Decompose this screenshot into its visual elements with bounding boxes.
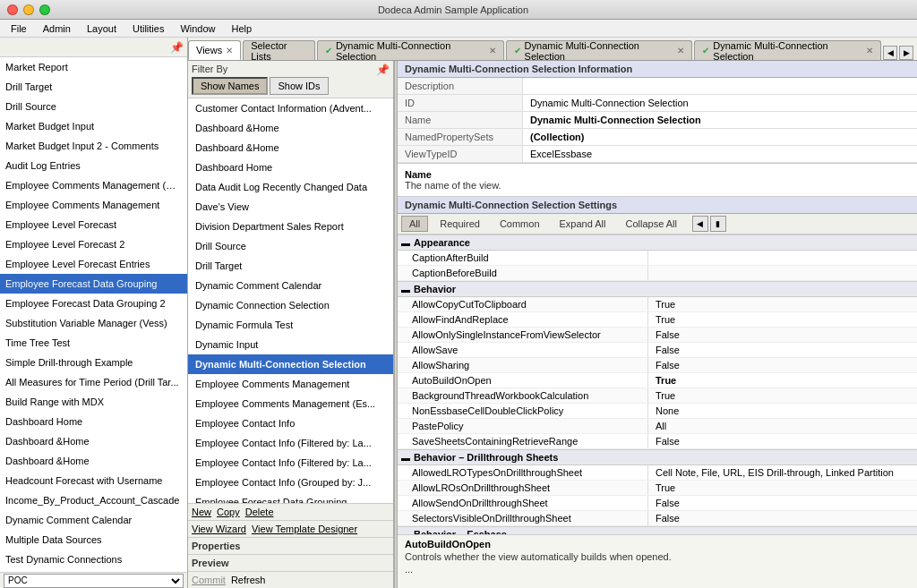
- sidebar-item[interactable]: Build Range with MDX: [0, 392, 187, 412]
- sidebar-item[interactable]: Time Tree Test: [0, 333, 187, 353]
- settings-value[interactable]: True: [648, 297, 917, 311]
- menu-window[interactable]: Window: [173, 21, 222, 36]
- commit-link[interactable]: Commit: [192, 575, 226, 585]
- new-link[interactable]: New: [192, 507, 211, 517]
- tab-dmcs-2[interactable]: ✔ Dynamic Multi-Connection Selection ✕: [506, 40, 693, 60]
- sidebar-item[interactable]: Headcount Forecast with Username: [0, 471, 187, 490]
- sidebar-item[interactable]: Drill Target: [0, 77, 187, 97]
- sidebar-item[interactable]: Employee Level Forecast 2: [0, 234, 187, 254]
- sidebar-dropdown[interactable]: POC: [4, 574, 184, 588]
- settings-value[interactable]: False: [648, 496, 917, 510]
- sidebar-item[interactable]: Multiple Data Sources: [0, 530, 187, 550]
- sidebar-item[interactable]: Test Dynamic Connections: [0, 550, 187, 569]
- menu-file[interactable]: File: [4, 21, 34, 36]
- settings-value[interactable]: False: [648, 328, 917, 342]
- sidebar-item[interactable]: Employee Level Forecast: [0, 215, 187, 234]
- view-item[interactable]: Data Audit Log Recently Changed Data: [188, 177, 393, 197]
- view-item-selected[interactable]: Dynamic Multi-Connection Selection: [188, 354, 393, 374]
- sidebar-item[interactable]: Dynamic Comment Calendar: [0, 510, 187, 530]
- view-item[interactable]: Dashboard &Home: [188, 118, 393, 138]
- view-wizard-link[interactable]: View Wizard: [192, 524, 246, 534]
- sidebar-item[interactable]: Simple Drill-through Example: [0, 353, 187, 372]
- sidebar-item-selected[interactable]: Employee Forecast Data Grouping: [0, 274, 187, 294]
- settings-btn-1[interactable]: ◀: [692, 216, 708, 232]
- view-item[interactable]: Dashboard Home: [188, 158, 393, 177]
- minimize-button[interactable]: [23, 4, 34, 15]
- view-item[interactable]: Dynamic Formula Test: [188, 315, 393, 335]
- settings-value[interactable]: All: [648, 419, 917, 433]
- tab-left-btn[interactable]: ◀: [883, 46, 897, 60]
- settings-value[interactable]: [648, 256, 917, 260]
- view-item[interactable]: Dynamic Input: [188, 335, 393, 354]
- sidebar-item[interactable]: Market Report: [0, 57, 187, 77]
- view-item[interactable]: Customer Contact Information (Advent...: [188, 98, 393, 118]
- tab-dmcs-1-close[interactable]: ✕: [489, 46, 496, 55]
- settings-value[interactable]: True: [648, 373, 917, 388]
- view-item[interactable]: Dynamic Comment Calendar: [188, 276, 393, 295]
- sidebar-item[interactable]: Income_By_Product_Account_Cascade: [0, 490, 187, 510]
- settings-btn-2[interactable]: ▮: [710, 216, 726, 232]
- sidebar-item[interactable]: Dashboard &Home: [0, 451, 187, 471]
- tab-dmcs-3[interactable]: ✔ Dynamic Multi-Connection Selection ✕: [694, 40, 881, 60]
- tab-views[interactable]: Views ✕: [188, 40, 241, 60]
- view-item[interactable]: Division Department Sales Report: [188, 217, 393, 236]
- view-item[interactable]: Employee Contact Info (Filtered by: La..…: [188, 453, 393, 473]
- sidebar-item[interactable]: Dashboard &Home: [0, 431, 187, 451]
- settings-group-drillthrough[interactable]: ▬ Behavior – Drillthrough Sheets: [398, 449, 917, 465]
- settings-value[interactable]: True: [648, 481, 917, 495]
- view-item[interactable]: Employee Contact Info (Grouped by: J...: [188, 473, 393, 492]
- view-item[interactable]: Employee Contact Info: [188, 413, 393, 433]
- views-pin-icon[interactable]: 📌: [376, 64, 390, 76]
- tab-dmcs-2-close[interactable]: ✕: [677, 46, 684, 55]
- settings-group-essbase[interactable]: ▬ Behavior – Essbase: [398, 526, 917, 534]
- delete-link[interactable]: Delete: [245, 507, 274, 517]
- settings-tab-common[interactable]: Common: [492, 216, 548, 232]
- sidebar-item[interactable]: Audit Log Entries: [0, 156, 187, 175]
- menu-admin[interactable]: Admin: [36, 21, 78, 36]
- sidebar-item[interactable]: Employee Forecast Data Grouping 2: [0, 294, 187, 313]
- filter-show-ids[interactable]: Show IDs: [270, 77, 328, 95]
- settings-tab-collapse[interactable]: Collapse All: [617, 216, 684, 232]
- settings-value[interactable]: [648, 271, 917, 275]
- view-template-designer-link[interactable]: View Template Designer: [252, 524, 357, 534]
- settings-value[interactable]: False: [648, 343, 917, 357]
- sidebar-item[interactable]: Substitution Variable Manager (Vess): [0, 313, 187, 333]
- filter-show-names[interactable]: Show Names: [192, 77, 268, 95]
- tab-dmcs-1[interactable]: ✔ Dynamic Multi-Connection Selection ✕: [317, 40, 504, 60]
- view-item[interactable]: Dashboard &Home: [188, 138, 393, 158]
- sidebar-item[interactable]: All Measures for Time Period (Drill Tar.…: [0, 372, 187, 392]
- view-item[interactable]: Dynamic Connection Selection: [188, 295, 393, 315]
- sidebar-item[interactable]: Drill Source: [0, 97, 187, 116]
- sidebar-item[interactable]: Dashboard Home: [0, 412, 187, 431]
- view-item[interactable]: Employee Forecast Data Grouping: [188, 492, 393, 503]
- settings-value[interactable]: False: [648, 511, 917, 525]
- tab-right-btn[interactable]: ▶: [899, 46, 913, 60]
- copy-link[interactable]: Copy: [217, 507, 240, 517]
- settings-value[interactable]: True: [648, 388, 917, 403]
- settings-group-behavior[interactable]: ▬ Behavior: [398, 281, 917, 297]
- settings-tab-required[interactable]: Required: [432, 216, 488, 232]
- settings-value[interactable]: False: [648, 434, 917, 448]
- view-item[interactable]: Employee Contact Info (Filtered by: La..…: [188, 433, 393, 453]
- tab-dmcs-3-close[interactable]: ✕: [866, 46, 873, 55]
- settings-tab-expand[interactable]: Expand All: [552, 216, 614, 232]
- settings-group-appearance[interactable]: ▬ Appearance: [398, 234, 917, 251]
- sidebar-pin-icon[interactable]: 📌: [170, 41, 184, 54]
- settings-value[interactable]: Cell Note, File, URL, EIS Drill-through,…: [648, 465, 917, 480]
- settings-value[interactable]: False: [648, 358, 917, 372]
- menu-help[interactable]: Help: [225, 21, 260, 36]
- settings-tab-all[interactable]: All: [401, 216, 428, 232]
- maximize-button[interactable]: [39, 4, 50, 15]
- menu-layout[interactable]: Layout: [80, 21, 124, 36]
- sidebar-item[interactable]: Employee Comments Management: [0, 195, 187, 215]
- refresh-link[interactable]: Refresh: [231, 575, 266, 585]
- tab-selector-lists[interactable]: Selector Lists: [243, 40, 315, 60]
- view-item[interactable]: Employee Comments Management: [188, 374, 393, 394]
- sidebar-item[interactable]: Employee Level Forecast Entries: [0, 254, 187, 274]
- view-item[interactable]: Employee Comments Management (Es...: [188, 394, 393, 413]
- view-item[interactable]: Drill Source: [188, 236, 393, 256]
- sidebar-item[interactable]: Market Budget Input: [0, 116, 187, 136]
- tab-views-close[interactable]: ✕: [226, 46, 233, 55]
- settings-value[interactable]: None: [648, 404, 917, 418]
- window-controls[interactable]: [7, 4, 50, 15]
